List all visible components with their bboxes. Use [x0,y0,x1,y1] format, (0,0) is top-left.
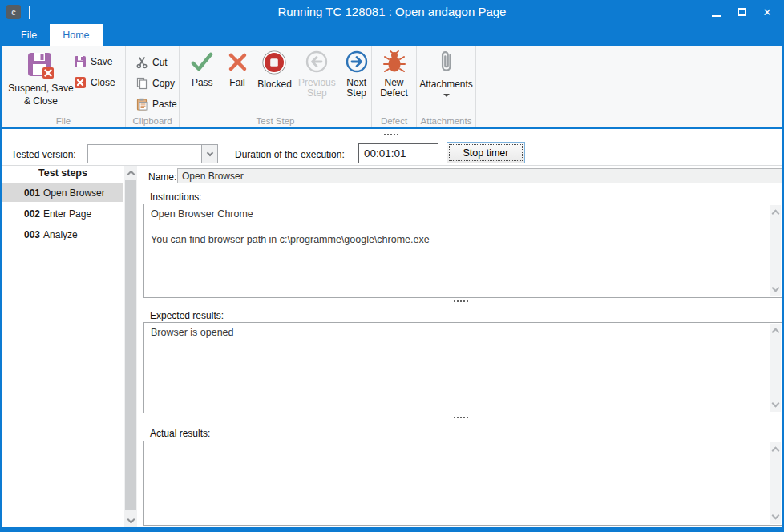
scroll-down-button[interactable] [124,514,137,527]
cut-button[interactable]: Cut [135,55,179,70]
clipboard-group-label: Clipboard [126,116,179,126]
next-step-icon [345,50,369,74]
copy-label: Copy [152,78,175,89]
close-red-icon [74,76,87,89]
splitter-grip-top[interactable] [384,134,398,135]
pass-label: Pass [192,78,213,88]
blocked-label: Blocked [257,79,292,90]
ribbon: Suspend, Save & Close Save [2,46,782,129]
chevron-down-icon [771,284,779,292]
actual-results-textarea[interactable] [151,445,764,522]
test-step-item-1[interactable]: 001 Open Browser [2,183,123,202]
suspend-save-close-label-line2: & Close [24,96,58,107]
suspend-save-close-label-line1: Suspend, Save [8,83,73,94]
paste-label: Paste [152,99,177,110]
test-step-group-label: Test Step [180,116,371,126]
attachments-label: Attachments [419,79,473,90]
bug-icon [382,50,406,74]
test-step-item-3[interactable]: 003 Analyze [2,225,123,244]
close-label: Close [91,77,115,88]
duration-input[interactable]: 00:01:01 [358,143,438,163]
window-border-bottom [0,527,784,532]
paste-icon [135,98,148,111]
suspend-save-close-button[interactable]: Suspend, Save & Close [8,49,74,115]
step-name-input[interactable]: Open Browser [177,168,782,183]
close-icon: ✕ [763,6,772,18]
expected-results-textarea[interactable]: Browser is opened [151,326,764,409]
minimize-icon [712,15,721,17]
next-step-button[interactable]: Next Step [341,50,371,115]
stop-timer-button[interactable]: Stop timer [447,142,525,163]
duration-label: Duration of the execution: [235,149,345,160]
attachments-dropdown-caret-icon[interactable] [443,94,450,97]
instructions-scrollbar[interactable] [770,205,781,296]
previous-step-icon [305,50,329,74]
blocked-stop-icon [261,50,287,75]
suspend-save-close-icon [26,50,56,81]
save-button[interactable]: Save [74,54,115,69]
actual-results-scrollbar[interactable] [770,442,781,524]
attachments-button[interactable]: Attachments [418,50,475,115]
instructions-box: Open Browser Chrome You can find browser… [143,204,782,298]
step-title: Analyze [43,229,78,240]
close-window-button[interactable]: ✕ [755,0,779,24]
tab-home[interactable]: Home [50,24,102,46]
previous-step-label-line2: Step [307,88,327,99]
paste-button[interactable]: Paste [135,97,179,111]
app-window: c Running TC 128081 : Open andagon Page … [0,0,784,532]
instructions-textarea[interactable]: Open Browser Chrome You can find browser… [151,208,764,294]
expected-results-scrollbar[interactable] [770,324,781,412]
tested-version-dropdown-button[interactable] [201,145,217,163]
paperclip-icon [434,50,459,75]
copy-icon [135,77,148,90]
splitter-grip-middle[interactable] [454,300,468,302]
tested-version-label: Tested version: [11,149,76,160]
tested-version-combobox[interactable] [87,144,218,163]
blocked-button[interactable]: Blocked [257,50,292,115]
minimize-button[interactable] [704,0,728,24]
pass-button[interactable]: Pass [187,50,218,115]
fail-x-icon [225,50,249,74]
previous-step-button: Previous Step [298,50,337,115]
scroll-up-button[interactable] [124,166,137,179]
fail-label: Fail [229,78,244,88]
ribbon-group-file: Suspend, Save & Close Save [2,46,126,127]
scrollbar-thumb[interactable] [125,180,136,510]
ribbon-group-attachments: Attachments Attachments [417,46,476,127]
window-title: Running TC 128081 : Open andagon Page [0,5,784,18]
attachments-group-label: Attachments [417,116,475,126]
next-step-label-line2: Step [346,88,366,99]
chevron-up-icon [771,210,779,218]
ribbon-group-defect: New Defect Defect [372,46,417,127]
window-border-left [0,0,2,532]
file-group-label: File [2,116,125,126]
ribbon-group-test-step: Pass Fail Blocked [180,46,372,127]
step-title: Enter Page [43,208,91,220]
steps-scrollbar[interactable] [124,166,137,527]
chevron-down-icon [771,400,779,408]
cut-label: Cut [152,57,168,68]
ribbon-group-clipboard: Cut Copy Paste [126,46,180,127]
defect-group-label: Defect [372,116,416,126]
step-title: Open Browser [43,187,105,199]
step-number: 003 [24,229,40,240]
tab-file[interactable]: File [8,24,50,46]
new-defect-button[interactable]: New Defect [374,50,414,115]
copy-button[interactable]: Copy [135,76,179,91]
save-label: Save [91,56,112,67]
test-step-item-2[interactable]: 002 Enter Page [2,204,123,223]
step-number: 001 [24,187,40,199]
chevron-down-icon [771,512,779,520]
expected-results-label: Expected results: [150,310,224,321]
actual-results-box [143,441,782,526]
toolbar-divider [2,165,782,166]
name-label: Name: [148,171,176,183]
splitter-grip-bottom[interactable] [454,417,468,418]
chevron-up-icon [127,170,135,178]
close-button[interactable]: Close [74,75,115,90]
expected-results-box: Browser is opened [143,322,782,413]
step-number: 002 [24,208,40,220]
test-steps-header: Test steps [2,167,124,179]
fail-button[interactable]: Fail [224,50,252,115]
maximize-button[interactable] [729,0,754,24]
